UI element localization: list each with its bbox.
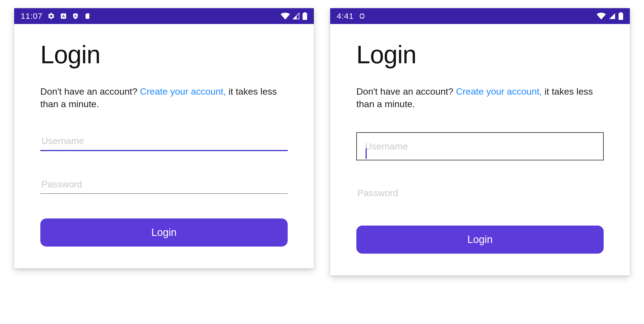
status-clock: 4:41 [337, 11, 354, 21]
battery-icon [302, 12, 307, 20]
cell-signal-icon [609, 13, 616, 20]
subtitle-text: Don't have an account? Create your accou… [356, 85, 604, 110]
play-protect-icon [72, 13, 79, 20]
page-title: Login [356, 40, 604, 69]
password-input[interactable] [40, 176, 288, 194]
system-icon [359, 13, 366, 20]
svg-rect-9 [620, 12, 622, 13]
create-account-link[interactable]: Create your account, [140, 86, 226, 97]
svg-rect-4 [304, 12, 306, 13]
status-clock: 11:07 [21, 11, 42, 21]
wifi-icon [281, 13, 290, 20]
password-input[interactable]: Password [356, 179, 604, 206]
wifi-icon [597, 13, 606, 20]
status-bar: 4:41 [330, 8, 630, 24]
battery-icon [618, 12, 623, 20]
username-input[interactable] [40, 132, 288, 151]
subtitle-pre: Don't have an account? [356, 86, 456, 97]
status-bar: 11:07 A [14, 8, 314, 24]
sd-card-icon [84, 13, 90, 20]
svg-rect-3 [303, 13, 307, 20]
svg-rect-8 [619, 13, 623, 20]
phone-left: 11:07 A [14, 8, 314, 268]
subtitle-pre: Don't have an account? [40, 86, 140, 97]
phone-right: 4:41 Login Don't have an accoun [330, 8, 630, 275]
text-caret-icon [366, 149, 367, 159]
page-title: Login [40, 40, 288, 69]
gear-icon [47, 12, 55, 20]
svg-point-5 [360, 14, 364, 18]
username-input[interactable] [356, 132, 604, 160]
font-icon: A [60, 13, 67, 20]
login-button[interactable]: Login [40, 218, 288, 247]
create-account-link[interactable]: Create your account, [456, 86, 542, 97]
cell-signal-icon [293, 13, 300, 20]
login-button[interactable]: Login [356, 226, 604, 254]
subtitle-text: Don't have an account? Create your accou… [40, 85, 288, 110]
svg-text:A: A [62, 14, 65, 18]
